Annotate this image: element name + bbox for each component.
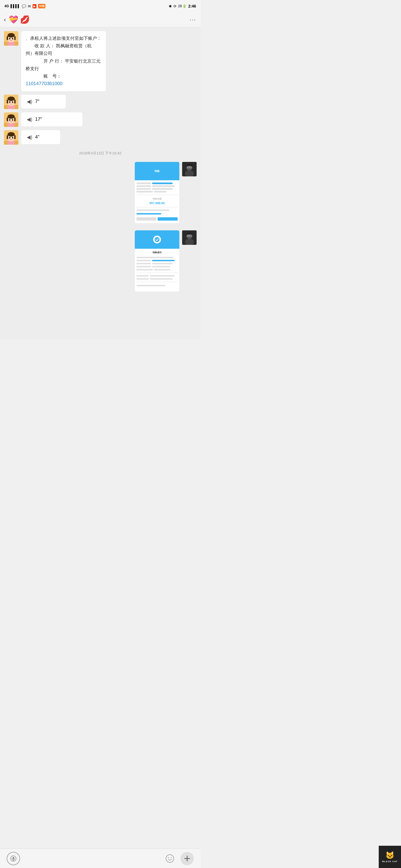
success-divider — [137, 273, 178, 273]
success-checkmark — [153, 236, 161, 243]
battery-container: 28 🔋 — [178, 4, 187, 8]
svg-point-30 — [7, 114, 15, 119]
video-icon: ▶ — [33, 4, 36, 8]
pay-field-row-4 — [137, 191, 178, 192]
voice-duration-7: 7" — [35, 99, 39, 104]
pay-divider-2 — [137, 207, 178, 207]
s-label-3 — [137, 266, 151, 267]
pay-value-4 — [154, 191, 166, 192]
rotation-icon: ⟳ — [173, 4, 176, 8]
msg-text-recipient: 收 款 人： 凯枫融资租赁（杭 — [26, 43, 92, 48]
s-label-6 — [137, 278, 149, 280]
pay-value-3 — [152, 188, 173, 190]
svg-point-34 — [12, 119, 13, 121]
voice-duration-17: 17" — [35, 117, 42, 122]
svg-text:✦: ✦ — [15, 96, 17, 98]
success-detail-4 — [137, 269, 178, 271]
avatar-cartoon-svg: ✦ ✦ — [4, 31, 18, 45]
avatar-cartoon-svg-4: ✦ ✦ — [4, 130, 18, 145]
svg-point-8 — [12, 38, 13, 39]
svg-text:✦: ✦ — [5, 132, 7, 134]
svg-point-23 — [12, 103, 14, 104]
kuaibao-badge: 快报 — [38, 4, 46, 8]
svg-point-7 — [9, 38, 10, 39]
avatar-left-1: ✦ ✦ — [4, 31, 18, 45]
s-val-5 — [150, 275, 175, 277]
svg-point-35 — [8, 121, 10, 122]
voice-bubble-7s[interactable]: ◀) 7" — [21, 95, 66, 108]
svg-text:✦: ✦ — [5, 96, 7, 98]
account-number: 11014770361000 — [26, 81, 62, 86]
s-val-2 — [152, 263, 173, 264]
voice-bubble-4s[interactable]: ◀) 4" — [21, 130, 60, 144]
back-button[interactable]: ‹ — [4, 16, 6, 23]
pay-row-5 — [137, 210, 169, 211]
svg-point-49 — [12, 138, 14, 140]
s-val-3 — [152, 266, 171, 267]
success-title: 转账成功 — [137, 251, 178, 254]
payment-success-screenshot[interactable]: 转账成功 — [135, 230, 179, 291]
svg-point-22 — [8, 103, 10, 104]
voice-wave-icon-3: ◀) — [27, 134, 32, 140]
pay-label-2 — [137, 185, 151, 187]
battery-icon: 🔋 — [182, 4, 187, 8]
more-button[interactable]: ··· — [190, 17, 196, 23]
bubble-text-1: 、承租人将上述款项支付至如下账户： 收 款 人： 凯枫融资租赁（杭 州）有限公司… — [21, 31, 106, 91]
msg-text-main: 、承租人将上述款项支付至如下账户： — [26, 36, 102, 41]
check-icon — [154, 237, 160, 242]
voice-wave-icon: ◀) — [27, 98, 32, 104]
pay-confirm-btn — [157, 217, 178, 221]
avatar-right-1 — [182, 162, 197, 176]
s-label-1 — [137, 260, 151, 261]
svg-rect-5 — [7, 36, 8, 40]
svg-point-46 — [9, 137, 10, 138]
message-row-4: ✦ ✦ ◀) 4" — [4, 130, 197, 145]
voice-bubble-17s[interactable]: ◀) 17" — [21, 113, 82, 126]
message-row-right-1: 转账 — [4, 162, 197, 223]
svg-point-33 — [9, 119, 10, 121]
svg-point-17 — [7, 96, 15, 101]
avatar-left-4: ✦ ✦ — [4, 130, 18, 145]
message-row-1: ✦ ✦ 、承租人将上述款项支付至如下账户： 收 款 人： 凯枫融资租赁（杭 州）… — [4, 31, 197, 91]
pay-success-body: 转账成功 — [135, 249, 179, 291]
msg-text-bank: 开 户 行： 平安银行北京三元 — [26, 59, 101, 63]
svg-text:✦: ✦ — [5, 114, 7, 116]
pay-amount-section: 转账金额 ¥97,898.80 — [137, 197, 178, 205]
svg-point-20 — [9, 101, 10, 103]
payment-screenshot-1[interactable]: 转账 — [135, 162, 179, 223]
contact-header: 💝 💋 — [9, 15, 30, 24]
svg-point-4 — [7, 33, 15, 37]
nav-bar: ‹ 💝 💋 ··· — [0, 12, 200, 27]
svg-point-48 — [8, 138, 10, 140]
msg-text-account-label: 账 号： — [26, 74, 61, 79]
svg-point-43 — [7, 132, 15, 136]
pay-label-1 — [137, 183, 151, 184]
pay-value-1 — [152, 183, 173, 184]
msg-text-bank2: 桥支行 — [26, 66, 39, 71]
svg-rect-31 — [7, 117, 8, 121]
right-msg-container-2: 转账成功 — [135, 230, 197, 291]
success-detail-5 — [137, 275, 178, 277]
s-label-2 — [137, 263, 151, 264]
s-label-4 — [137, 269, 153, 271]
avatar-dark-svg-2 — [182, 230, 197, 245]
time-display: 2:46 — [188, 4, 196, 8]
status-right: ✱ ⟳ 28 🔋 2:46 — [169, 4, 196, 8]
avatar-cartoon-svg-3: ✦ ✦ — [4, 113, 18, 127]
chat-area: ✦ ✦ 、承租人将上述款项支付至如下账户： 收 款 人： 凯枫融资租赁（杭 州）… — [0, 27, 200, 339]
success-detail-2 — [137, 263, 178, 264]
avatar-cartoon-svg-2: ✦ ✦ — [4, 95, 18, 109]
pay-label-3 — [137, 188, 151, 190]
pay-success-header — [135, 230, 179, 249]
message-row-2: ✦ ✦ ◀) 7" — [4, 95, 197, 109]
pay-buttons — [137, 217, 178, 221]
avatar-left-2: ✦ ✦ — [4, 95, 18, 109]
emoji-lips: 💋 — [20, 15, 30, 24]
voice-duration-4: 4" — [35, 134, 39, 140]
s-val-1 — [152, 260, 175, 261]
svg-point-64 — [154, 237, 160, 242]
svg-rect-45 — [14, 135, 16, 139]
svg-point-36 — [12, 121, 14, 122]
success-row-bottom — [137, 285, 165, 286]
pay-amount-value: ¥97,898.80 — [137, 202, 178, 205]
